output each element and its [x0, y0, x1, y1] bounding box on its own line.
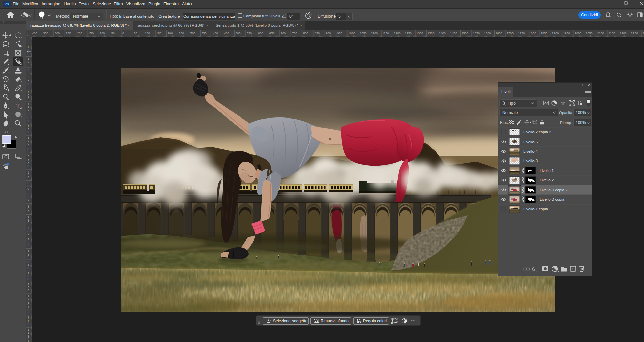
svg-text:Normale: Normale	[502, 110, 518, 115]
svg-text:T: T	[561, 101, 565, 106]
svg-text:1750: 1750	[518, 31, 525, 35]
svg-text:0: 0	[28, 164, 29, 168]
svg-text:700: 700	[281, 31, 286, 35]
svg-text:«: «	[581, 83, 583, 87]
svg-text:50: 50	[134, 31, 137, 35]
svg-text:900: 900	[326, 31, 331, 35]
svg-text:Riemp.:: Riemp.:	[560, 121, 573, 125]
svg-text:0: 0	[28, 232, 29, 235]
svg-text:400: 400	[32, 31, 37, 35]
svg-text:0: 0	[122, 31, 124, 35]
svg-text:0: 0	[28, 255, 29, 258]
svg-text:950: 950	[337, 31, 342, 35]
svg-text:2250: 2250	[631, 31, 638, 35]
svg-text:150: 150	[88, 31, 94, 35]
svg-text:0: 0	[28, 108, 29, 111]
svg-text:1600: 1600	[484, 31, 491, 35]
svg-text:50: 50	[111, 31, 115, 35]
svg-text:Livello 2: Livello 2	[540, 178, 554, 182]
svg-text:0: 0	[28, 60, 29, 63]
svg-text:Livello 3: Livello 3	[523, 159, 538, 163]
svg-text:Opacità:: Opacità:	[559, 111, 573, 115]
svg-text:300: 300	[190, 31, 195, 35]
svg-text:0: 0	[28, 277, 29, 281]
svg-text:Livello 4: Livello 4	[523, 149, 538, 153]
svg-text:100%: 100%	[576, 110, 586, 115]
svg-text:Livello 5: Livello 5	[523, 140, 538, 144]
svg-text:500: 500	[236, 31, 241, 35]
svg-text:1200: 1200	[394, 31, 400, 35]
svg-text:0: 0	[28, 288, 29, 292]
svg-text:Livello 0 copia: Livello 0 copia	[540, 197, 564, 201]
svg-text:300: 300	[55, 31, 60, 35]
svg-text:19: 19	[40, 17, 43, 20]
svg-text:1300: 1300	[416, 31, 423, 35]
svg-text:1950: 1950	[563, 31, 570, 35]
svg-text:0: 0	[28, 176, 29, 179]
svg-text:1850: 1850	[541, 31, 547, 35]
svg-text:0: 0	[28, 210, 29, 213]
svg-text:0: 0	[28, 266, 29, 270]
svg-text:750: 750	[292, 31, 297, 35]
svg-text:400: 400	[213, 31, 218, 35]
svg-text:1050: 1050	[360, 31, 366, 35]
svg-text:350: 350	[43, 31, 48, 35]
svg-text:1450: 1450	[450, 31, 457, 35]
svg-text:fx: fx	[532, 267, 536, 272]
svg-text:1250: 1250	[405, 31, 412, 35]
svg-text:150: 150	[156, 31, 161, 35]
svg-text:200: 200	[77, 31, 82, 35]
svg-text:100: 100	[100, 31, 105, 35]
svg-text:Livelli: Livelli	[501, 89, 511, 94]
svg-text:Livello 2 copia 2: Livello 2 copia 2	[523, 130, 551, 134]
svg-text:450: 450	[224, 31, 229, 35]
svg-text:0: 0	[28, 198, 29, 201]
svg-text:1900: 1900	[552, 31, 559, 35]
svg-text:250: 250	[179, 31, 184, 35]
svg-text:T: T	[16, 102, 20, 110]
svg-text:0: 0	[28, 82, 29, 86]
svg-text:350: 350	[202, 31, 207, 35]
svg-text:Livello 0 copia 2: Livello 0 copia 2	[540, 188, 567, 192]
svg-text:0: 0	[28, 142, 29, 145]
svg-text:2300: 2300	[642, 31, 644, 35]
svg-text:Livello 1: Livello 1	[540, 169, 554, 173]
svg-text:0: 0	[28, 153, 29, 156]
svg-text:650: 650	[269, 31, 275, 35]
svg-text:1: 1	[28, 339, 29, 342]
svg-text:550: 550	[247, 31, 252, 35]
svg-text:0: 0	[28, 97, 29, 100]
svg-text:1800: 1800	[529, 31, 536, 35]
svg-text:800: 800	[303, 31, 308, 35]
svg-text:200: 200	[167, 31, 173, 35]
svg-text:1500: 1500	[462, 31, 468, 35]
svg-text:2150: 2150	[608, 31, 615, 35]
svg-text:1100: 1100	[371, 31, 378, 35]
svg-text:0: 0	[28, 119, 29, 123]
svg-text:1000: 1000	[348, 31, 355, 35]
svg-text:1400: 1400	[439, 31, 446, 35]
svg-text:Livello 1 copia: Livello 1 copia	[523, 207, 548, 211]
svg-text:1350: 1350	[428, 31, 435, 35]
svg-text:0: 0	[28, 221, 29, 224]
svg-text:2050: 2050	[586, 31, 592, 35]
svg-text:Tipo: Tipo	[508, 101, 516, 106]
svg-text:2200: 2200	[620, 31, 626, 35]
svg-text:100: 100	[145, 31, 150, 35]
svg-text:Bloc.:: Bloc.:	[500, 120, 510, 125]
svg-text:250: 250	[66, 31, 71, 35]
svg-text:0: 0	[28, 130, 29, 134]
svg-text:1650: 1650	[496, 31, 502, 35]
svg-text:2100: 2100	[597, 31, 604, 35]
svg-text:1700: 1700	[507, 31, 514, 35]
svg-text:0: 0	[28, 68, 29, 72]
svg-text:600: 600	[258, 31, 263, 35]
svg-text:2000: 2000	[575, 31, 581, 35]
svg-text:850: 850	[315, 31, 320, 35]
svg-text:100%: 100%	[576, 120, 586, 125]
svg-text:1550: 1550	[473, 31, 480, 35]
svg-text:1150: 1150	[382, 31, 389, 35]
svg-text:0: 0	[28, 243, 29, 247]
svg-text:0: 0	[28, 187, 29, 190]
